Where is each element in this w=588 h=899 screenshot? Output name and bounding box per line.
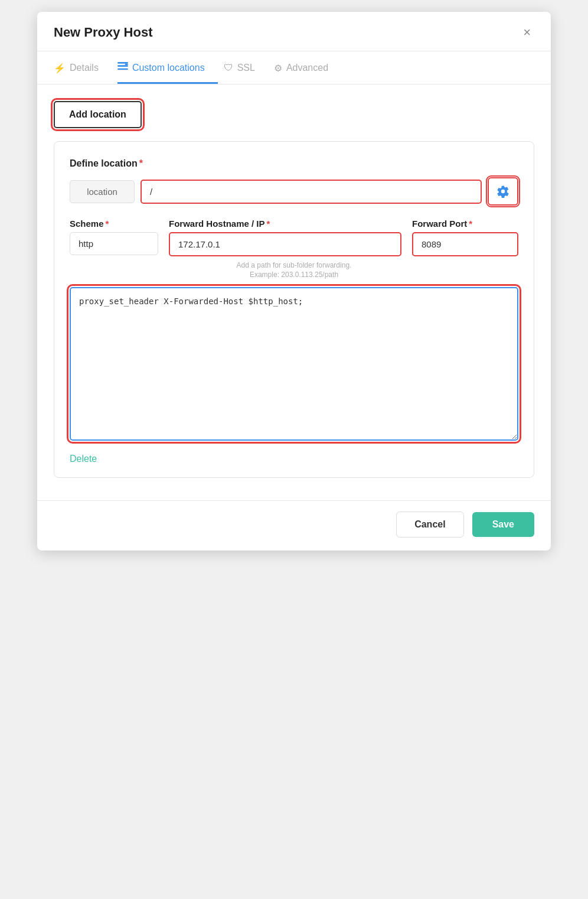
location-prefix: location: [70, 180, 135, 203]
details-icon: ⚡: [54, 63, 66, 74]
define-location-label: Define location*: [70, 158, 518, 169]
port-label: Forward Port*: [412, 219, 518, 229]
gear-settings-button[interactable]: [488, 177, 518, 206]
scheme-label: Scheme*: [70, 219, 158, 229]
modal-header: New Proxy Host ×: [37, 12, 551, 51]
location-card: Define location* location Scheme*: [54, 141, 534, 478]
svg-rect-0: [117, 62, 128, 64]
hint-text: Add a path for sub-folder forwarding.: [70, 261, 518, 269]
hostname-group: Forward Hostname / IP*: [169, 219, 401, 256]
custom-locations-icon: [117, 62, 128, 74]
port-group: Forward Port*: [412, 219, 518, 256]
svg-rect-2: [117, 69, 128, 70]
ssl-icon: 🛡: [224, 63, 233, 73]
tab-advanced[interactable]: ⚙ Advanced: [274, 52, 341, 84]
add-location-button[interactable]: Add location: [54, 101, 142, 128]
hostname-input[interactable]: [169, 232, 401, 256]
modal-body: Add location Define location* location S…: [37, 84, 551, 490]
svg-rect-3: [125, 64, 128, 66]
modal: New Proxy Host × ⚡ Details Custom locati…: [37, 12, 551, 551]
delete-link[interactable]: Delete: [70, 454, 518, 464]
hostname-label: Forward Hostname / IP*: [169, 219, 401, 229]
advanced-icon: ⚙: [274, 63, 282, 74]
tab-ssl[interactable]: 🛡 SSL: [224, 52, 268, 83]
save-button[interactable]: Save: [472, 512, 534, 537]
example-text: Example: 203.0.113.25/path: [70, 271, 518, 279]
cancel-button[interactable]: Cancel: [396, 512, 463, 538]
svg-rect-1: [117, 65, 128, 67]
fields-row: Scheme* Forward Hostname / IP* Forward P…: [70, 219, 518, 256]
close-button[interactable]: ×: [520, 25, 534, 40]
modal-footer: Cancel Save: [37, 500, 551, 551]
tabs-bar: ⚡ Details Custom locations 🛡 SSL ⚙ Advan…: [37, 51, 551, 84]
port-input[interactable]: [412, 232, 518, 256]
location-row: location: [70, 177, 518, 206]
scheme-input[interactable]: [70, 232, 158, 255]
scheme-group: Scheme*: [70, 219, 158, 255]
tab-custom-locations[interactable]: Custom locations: [117, 51, 218, 84]
tab-details[interactable]: ⚡ Details: [54, 52, 112, 84]
location-input[interactable]: [141, 180, 482, 204]
modal-title: New Proxy Host: [54, 25, 153, 40]
custom-config-textarea[interactable]: proxy_set_header X-Forwarded-Host $http_…: [70, 287, 518, 441]
required-star: *: [139, 158, 143, 168]
